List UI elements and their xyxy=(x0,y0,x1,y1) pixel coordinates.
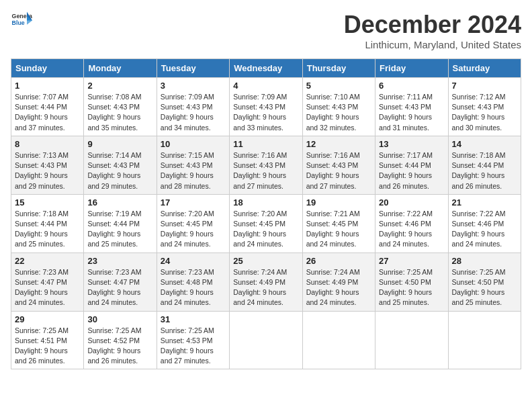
svg-text:Blue: Blue xyxy=(12,19,25,26)
day-detail: Sunrise: 7:13 AMSunset: 4:43 PMDaylight:… xyxy=(15,150,80,191)
day-detail: Sunrise: 7:25 AMSunset: 4:52 PMDaylight:… xyxy=(87,326,152,367)
day-detail: Sunrise: 7:22 AMSunset: 4:46 PMDaylight:… xyxy=(452,209,517,250)
weekday-header-thursday: Thursday xyxy=(302,59,375,78)
day-number: 30 xyxy=(87,314,152,324)
day-detail: Sunrise: 7:18 AMSunset: 4:44 PMDaylight:… xyxy=(452,150,517,191)
calendar-cell: 8Sunrise: 7:13 AMSunset: 4:43 PMDaylight… xyxy=(11,136,84,194)
day-detail: Sunrise: 7:07 AMSunset: 4:44 PMDaylight:… xyxy=(15,92,80,133)
day-detail: Sunrise: 7:09 AMSunset: 4:43 PMDaylight:… xyxy=(161,92,226,133)
weekday-header-saturday: Saturday xyxy=(448,59,521,78)
calendar-cell xyxy=(375,311,448,369)
calendar-cell: 22Sunrise: 7:23 AMSunset: 4:47 PMDayligh… xyxy=(11,253,84,311)
day-number: 5 xyxy=(306,81,371,91)
day-detail: Sunrise: 7:22 AMSunset: 4:46 PMDaylight:… xyxy=(379,209,444,250)
calendar-cell: 6Sunrise: 7:11 AMSunset: 4:43 PMDaylight… xyxy=(375,78,448,136)
day-number: 25 xyxy=(233,256,298,266)
day-detail: Sunrise: 7:16 AMSunset: 4:43 PMDaylight:… xyxy=(306,150,371,191)
day-detail: Sunrise: 7:11 AMSunset: 4:43 PMDaylight:… xyxy=(379,92,444,133)
calendar-cell: 31Sunrise: 7:25 AMSunset: 4:53 PMDayligh… xyxy=(157,311,229,369)
day-number: 17 xyxy=(161,197,226,208)
day-number: 15 xyxy=(15,197,80,208)
calendar-cell: 25Sunrise: 7:24 AMSunset: 4:49 PMDayligh… xyxy=(230,253,302,311)
day-detail: Sunrise: 7:08 AMSunset: 4:43 PMDaylight:… xyxy=(87,92,152,133)
day-number: 7 xyxy=(452,81,517,91)
header: General Blue December 2024 Linthicum, Ma… xyxy=(11,11,521,50)
week-row-3: 15Sunrise: 7:18 AMSunset: 4:44 PMDayligh… xyxy=(11,194,521,253)
calendar-cell: 27Sunrise: 7:25 AMSunset: 4:50 PMDayligh… xyxy=(375,253,448,311)
calendar-cell: 3Sunrise: 7:09 AMSunset: 4:43 PMDaylight… xyxy=(157,78,229,136)
calendar-table: SundayMondayTuesdayWednesdayThursdayFrid… xyxy=(11,58,521,369)
day-number: 9 xyxy=(87,139,152,149)
calendar-cell: 18Sunrise: 7:20 AMSunset: 4:45 PMDayligh… xyxy=(230,194,302,253)
calendar-cell: 30Sunrise: 7:25 AMSunset: 4:52 PMDayligh… xyxy=(84,311,157,369)
day-detail: Sunrise: 7:15 AMSunset: 4:43 PMDaylight:… xyxy=(161,150,226,191)
day-number: 23 xyxy=(87,256,152,266)
day-detail: Sunrise: 7:10 AMSunset: 4:43 PMDaylight:… xyxy=(306,92,371,133)
calendar-cell: 12Sunrise: 7:16 AMSunset: 4:43 PMDayligh… xyxy=(302,136,375,194)
calendar-cell: 26Sunrise: 7:24 AMSunset: 4:49 PMDayligh… xyxy=(302,253,375,311)
day-number: 18 xyxy=(233,197,298,208)
day-number: 3 xyxy=(161,81,226,91)
day-detail: Sunrise: 7:14 AMSunset: 4:43 PMDaylight:… xyxy=(87,150,152,191)
calendar-cell: 17Sunrise: 7:20 AMSunset: 4:45 PMDayligh… xyxy=(157,194,229,253)
calendar-cell: 19Sunrise: 7:21 AMSunset: 4:45 PMDayligh… xyxy=(302,194,375,253)
day-number: 8 xyxy=(15,139,80,149)
calendar-cell: 28Sunrise: 7:25 AMSunset: 4:50 PMDayligh… xyxy=(448,253,521,311)
day-detail: Sunrise: 7:23 AMSunset: 4:47 PMDaylight:… xyxy=(15,267,80,308)
day-number: 1 xyxy=(15,81,80,91)
calendar-cell: 29Sunrise: 7:25 AMSunset: 4:51 PMDayligh… xyxy=(11,311,84,369)
calendar-cell xyxy=(302,311,375,369)
calendar-cell: 11Sunrise: 7:16 AMSunset: 4:43 PMDayligh… xyxy=(230,136,302,194)
calendar-cell: 21Sunrise: 7:22 AMSunset: 4:46 PMDayligh… xyxy=(448,194,521,253)
calendar-cell: 16Sunrise: 7:19 AMSunset: 4:44 PMDayligh… xyxy=(84,194,157,253)
calendar-cell: 1Sunrise: 7:07 AMSunset: 4:44 PMDaylight… xyxy=(11,78,84,136)
weekday-header-friday: Friday xyxy=(375,59,448,78)
day-number: 29 xyxy=(15,314,80,324)
logo: General Blue xyxy=(11,11,32,30)
day-number: 6 xyxy=(379,81,444,91)
day-number: 12 xyxy=(306,139,371,149)
calendar-cell: 23Sunrise: 7:23 AMSunset: 4:47 PMDayligh… xyxy=(84,253,157,311)
calendar-cell: 5Sunrise: 7:10 AMSunset: 4:43 PMDaylight… xyxy=(302,78,375,136)
day-detail: Sunrise: 7:16 AMSunset: 4:43 PMDaylight:… xyxy=(233,150,298,191)
logo-icon: General Blue xyxy=(11,11,32,30)
calendar-cell: 4Sunrise: 7:09 AMSunset: 4:43 PMDaylight… xyxy=(230,78,302,136)
calendar-cell: 24Sunrise: 7:23 AMSunset: 4:48 PMDayligh… xyxy=(157,253,229,311)
day-detail: Sunrise: 7:24 AMSunset: 4:49 PMDaylight:… xyxy=(233,267,298,308)
day-number: 24 xyxy=(161,256,226,266)
day-number: 2 xyxy=(87,81,152,91)
weekday-header-sunday: Sunday xyxy=(11,59,84,78)
day-detail: Sunrise: 7:18 AMSunset: 4:44 PMDaylight:… xyxy=(15,209,80,250)
calendar-cell: 15Sunrise: 7:18 AMSunset: 4:44 PMDayligh… xyxy=(11,194,84,253)
weekday-header-monday: Monday xyxy=(84,59,157,78)
calendar-cell: 9Sunrise: 7:14 AMSunset: 4:43 PMDaylight… xyxy=(84,136,157,194)
day-detail: Sunrise: 7:20 AMSunset: 4:45 PMDaylight:… xyxy=(161,209,226,250)
calendar-cell: 14Sunrise: 7:18 AMSunset: 4:44 PMDayligh… xyxy=(448,136,521,194)
day-detail: Sunrise: 7:09 AMSunset: 4:43 PMDaylight:… xyxy=(233,92,298,133)
calendar-cell xyxy=(448,311,521,369)
day-detail: Sunrise: 7:25 AMSunset: 4:51 PMDaylight:… xyxy=(15,326,80,367)
day-detail: Sunrise: 7:12 AMSunset: 4:43 PMDaylight:… xyxy=(452,92,517,133)
weekday-header-tuesday: Tuesday xyxy=(157,59,229,78)
location: Linthicum, Maryland, United States xyxy=(344,39,521,50)
day-detail: Sunrise: 7:25 AMSunset: 4:50 PMDaylight:… xyxy=(379,267,444,308)
weekday-header-wednesday: Wednesday xyxy=(230,59,302,78)
weekday-header-row: SundayMondayTuesdayWednesdayThursdayFrid… xyxy=(11,59,521,78)
day-detail: Sunrise: 7:21 AMSunset: 4:45 PMDaylight:… xyxy=(306,209,371,250)
day-detail: Sunrise: 7:19 AMSunset: 4:44 PMDaylight:… xyxy=(87,209,152,250)
day-number: 21 xyxy=(452,197,517,208)
week-row-5: 29Sunrise: 7:25 AMSunset: 4:51 PMDayligh… xyxy=(11,311,521,369)
day-number: 16 xyxy=(87,197,152,208)
day-number: 19 xyxy=(306,197,371,208)
day-number: 27 xyxy=(379,256,444,266)
calendar-cell: 2Sunrise: 7:08 AMSunset: 4:43 PMDaylight… xyxy=(84,78,157,136)
day-detail: Sunrise: 7:23 AMSunset: 4:48 PMDaylight:… xyxy=(161,267,226,308)
day-detail: Sunrise: 7:23 AMSunset: 4:47 PMDaylight:… xyxy=(87,267,152,308)
calendar-cell: 20Sunrise: 7:22 AMSunset: 4:46 PMDayligh… xyxy=(375,194,448,253)
day-number: 14 xyxy=(452,139,517,149)
day-number: 28 xyxy=(452,256,517,266)
day-number: 13 xyxy=(379,139,444,149)
week-row-2: 8Sunrise: 7:13 AMSunset: 4:43 PMDaylight… xyxy=(11,136,521,194)
calendar-cell: 7Sunrise: 7:12 AMSunset: 4:43 PMDaylight… xyxy=(448,78,521,136)
month-title: December 2024 xyxy=(344,11,521,39)
